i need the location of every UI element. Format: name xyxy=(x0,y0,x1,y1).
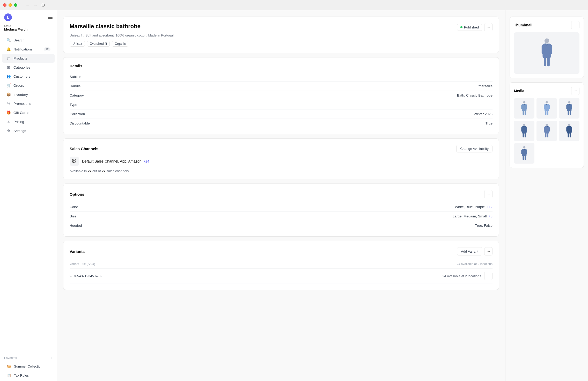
sidebar-item-customers[interactable]: 👥 Customers xyxy=(2,72,55,81)
media-header: Media ··· xyxy=(514,87,579,95)
sidebar-item-orders[interactable]: 🛒 Orders xyxy=(2,81,55,90)
option-label: Hooded xyxy=(70,224,82,228)
svg-rect-45 xyxy=(526,150,527,154)
thumbnail-image[interactable] xyxy=(514,32,579,74)
svg-rect-14 xyxy=(544,105,545,109)
variants-card: Variants Add Variant ··· Variant Title (… xyxy=(63,241,499,290)
product-tag: Unisex xyxy=(70,41,85,47)
add-variant-button[interactable]: Add Variant xyxy=(457,247,482,255)
forward-button[interactable]: → xyxy=(32,2,39,8)
svg-rect-2 xyxy=(541,45,544,54)
svg-rect-40 xyxy=(568,133,569,137)
detail-label: Subtitle xyxy=(70,75,81,79)
sidebar-item-products[interactable]: 🏷 Products xyxy=(2,54,55,63)
option-value: Large, Medium, Small xyxy=(453,214,487,218)
variant-more-button[interactable]: ··· xyxy=(484,272,493,280)
sidebar-item-label: Orders xyxy=(13,84,24,87)
sidebar-item-pricing[interactable]: $ Pricing xyxy=(2,117,55,126)
media-thumbnail[interactable] xyxy=(559,121,579,141)
sidebar-item-inventory[interactable]: 📦 Inventory xyxy=(2,90,55,99)
sales-channel-text: Default Sales Channel, App, Amazon xyxy=(82,159,142,163)
close-button[interactable] xyxy=(3,3,6,7)
navigation-buttons: ← → ⏱ xyxy=(25,2,46,8)
sidebar-item-promotions[interactable]: % Promotions xyxy=(2,99,55,108)
variants-title: Variants xyxy=(70,249,85,254)
svg-point-18 xyxy=(568,101,570,104)
sidebar-item-notifications[interactable]: 🔔 Notifications 12 xyxy=(2,45,55,54)
details-title: Details xyxy=(70,64,493,68)
svg-rect-17 xyxy=(547,111,548,115)
store-name: Medusa Merch xyxy=(4,27,53,31)
bell-icon: 🔔 xyxy=(6,47,11,52)
sidebar-item-label: Settings xyxy=(13,129,26,133)
details-card: Details Subtitle - Handle /marseille Cat… xyxy=(63,57,499,134)
svg-rect-9 xyxy=(526,105,527,109)
sidebar-item-label: Promotions xyxy=(13,102,31,106)
details-section: Details Subtitle - Handle /marseille Cat… xyxy=(70,64,493,128)
options-more-button[interactable]: ··· xyxy=(484,190,493,198)
svg-rect-33 xyxy=(548,127,550,132)
sidebar-item-settings[interactable]: ⚙ Settings xyxy=(2,126,55,135)
favorites-label: Favorites xyxy=(4,356,17,360)
product-description: Unisex fit. Soft and absorbent. 100% org… xyxy=(70,33,493,37)
media-person-svg xyxy=(518,100,531,116)
media-more-button[interactable]: ··· xyxy=(571,87,579,95)
detail-value: - xyxy=(491,75,493,79)
status-badge[interactable]: Published xyxy=(457,24,482,31)
sidebar-item-categories[interactable]: ⊞ Categories xyxy=(2,63,55,72)
media-thumbnail[interactable] xyxy=(536,121,557,141)
media-thumbnail[interactable] xyxy=(559,98,579,119)
detail-row: Subtitle - xyxy=(70,72,493,82)
change-availability-button[interactable]: Change Availability xyxy=(456,145,493,152)
tag-icon: 🏷 xyxy=(6,56,11,61)
favorites-add-button[interactable]: + xyxy=(50,356,53,360)
svg-rect-11 xyxy=(525,111,526,115)
sidebar-item-gift-cards[interactable]: 🎁 Gift Cards xyxy=(2,108,55,117)
sidebar-item-search[interactable]: 🔍 Search xyxy=(2,36,55,45)
available-count: 27 xyxy=(88,169,91,173)
product-tag: Oversized fit xyxy=(87,41,110,47)
svg-point-42 xyxy=(523,146,525,149)
media-thumbnail[interactable] xyxy=(536,98,557,119)
available-text: Available in 27 out of 27 sales channels… xyxy=(70,169,493,173)
detail-value: /marseille xyxy=(477,84,493,88)
svg-rect-41 xyxy=(570,133,571,137)
shopping-cart-icon: 🛒 xyxy=(6,83,11,88)
thumbnail-title: Thumbnail xyxy=(514,23,532,27)
detail-row: Discountable True xyxy=(70,119,493,128)
favorite-icon: 📋 xyxy=(6,372,12,378)
variants-more-button[interactable]: ··· xyxy=(484,247,493,255)
option-label: Color xyxy=(70,205,78,209)
media-thumbnail[interactable] xyxy=(514,121,534,141)
media-person-svg xyxy=(563,100,576,116)
maximize-button[interactable] xyxy=(14,3,17,7)
media-card: Media ··· xyxy=(510,82,584,168)
media-thumbnail[interactable] xyxy=(514,143,534,164)
svg-rect-27 xyxy=(526,127,527,132)
available-total: 27 xyxy=(102,169,105,173)
hamburger-menu[interactable] xyxy=(48,16,53,19)
detail-value: True xyxy=(486,121,493,125)
svg-rect-26 xyxy=(521,127,523,132)
favorites-item-summer-collection[interactable]: 🧺 Summer Collection xyxy=(4,362,53,371)
media-thumbnail[interactable] xyxy=(514,98,534,119)
sales-channel-text-container: Default Sales Channel, App, Amazon +24 xyxy=(82,159,149,163)
sidebar: L Store Medusa Merch 🔍 Search 🔔 Notifica… xyxy=(0,0,57,381)
favorites-item-tax-rules[interactable]: 📋 Tax Rules xyxy=(4,371,53,380)
status-dot xyxy=(460,26,462,28)
avatar[interactable]: L xyxy=(4,13,12,21)
product-more-button[interactable]: ··· xyxy=(484,23,493,31)
notification-badge: 12 xyxy=(44,47,50,51)
svg-rect-8 xyxy=(521,105,523,109)
sidebar-item-label: Customers xyxy=(13,75,30,78)
svg-point-0 xyxy=(544,38,549,43)
history-button[interactable]: ⏱ xyxy=(40,2,46,8)
thumbnail-person-svg xyxy=(527,36,567,70)
thumbnail-more-button[interactable]: ··· xyxy=(571,21,579,29)
svg-point-30 xyxy=(546,124,548,126)
detail-label: Handle xyxy=(70,84,81,88)
option-value-container: True, False xyxy=(475,224,493,228)
minimize-button[interactable] xyxy=(9,3,12,7)
back-button[interactable]: ← xyxy=(25,2,31,8)
options-card: Options ··· Color White, Blue, Purple +1… xyxy=(63,184,499,237)
